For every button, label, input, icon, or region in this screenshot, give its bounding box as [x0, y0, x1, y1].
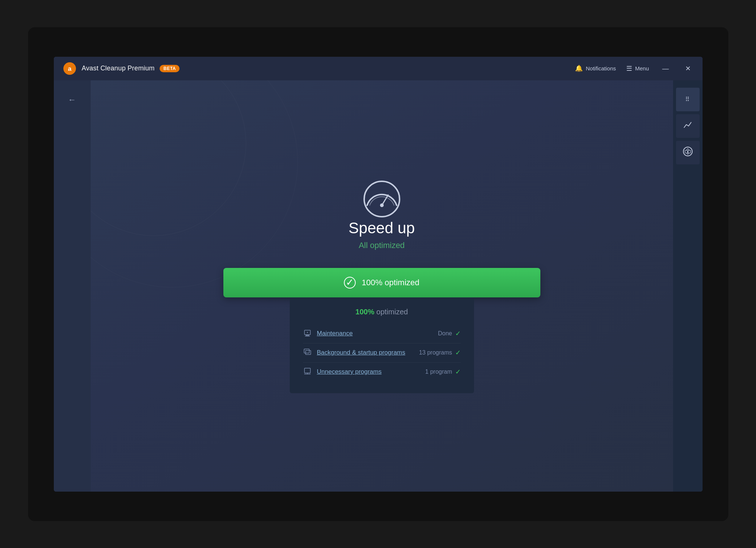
- left-sidebar: ←: [54, 80, 91, 492]
- unnecessary-check-icon: ✓: [455, 368, 461, 376]
- dropdown-panel: 100% optimized: [290, 297, 474, 393]
- all-optimized-subtitle: All optimized: [359, 241, 405, 250]
- svg-point-8: [307, 332, 308, 333]
- hamburger-icon: ☰: [626, 64, 632, 73]
- app-logo-icon: a: [63, 62, 77, 76]
- app-title: Avast Cleanup Premium: [82, 64, 155, 72]
- content-area: Speed up All optimized ✓ 100% optimized …: [91, 80, 673, 492]
- dropdown-percent: 100% optimized: [303, 308, 461, 316]
- svg-rect-11: [304, 368, 310, 373]
- chart-icon: [683, 120, 693, 132]
- menu-label: Menu: [635, 65, 649, 71]
- unnecessary-icon: [303, 367, 312, 377]
- unnecessary-status: 1 program ✓: [425, 368, 461, 376]
- svg-text:a: a: [68, 65, 72, 72]
- startup-status: 13 programs ✓: [419, 349, 461, 357]
- notifications-button[interactable]: 🔔 Notifications: [575, 64, 616, 72]
- bell-icon: 🔔: [575, 64, 583, 72]
- item-left: Background & startup programs: [303, 348, 405, 358]
- minimize-button[interactable]: —: [659, 64, 672, 73]
- list-item: Background & startup programs 13 program…: [303, 343, 461, 363]
- maintenance-check-icon: ✓: [455, 329, 461, 338]
- list-item: Unnecessary programs 1 program ✓: [303, 363, 461, 381]
- title-bar-right: 🔔 Notifications ☰ Menu — ✕: [575, 64, 693, 73]
- speed-up-title: Speed up: [349, 219, 415, 237]
- svg-rect-10: [306, 350, 311, 355]
- item-left: Unnecessary programs: [303, 367, 382, 377]
- svg-rect-9: [304, 349, 309, 353]
- maintenance-status: Done ✓: [438, 329, 460, 338]
- item-left: Maintenance: [303, 329, 353, 339]
- app-window: a Avast Cleanup Premium BETA 🔔 Notificat…: [54, 57, 703, 492]
- grid-icon: ⠿: [685, 96, 690, 103]
- check-circle-icon: ✓: [344, 277, 356, 289]
- startup-link[interactable]: Background & startup programs: [317, 349, 405, 356]
- close-button[interactable]: ✕: [682, 64, 694, 73]
- maintenance-status-text: Done: [438, 330, 452, 337]
- unnecessary-link[interactable]: Unnecessary programs: [317, 368, 382, 376]
- main-area: ← Speed: [54, 80, 703, 492]
- svg-point-2: [364, 181, 400, 217]
- monitor-frame: a Avast Cleanup Premium BETA 🔔 Notificat…: [28, 27, 728, 521]
- startup-status-text: 13 programs: [419, 349, 452, 356]
- title-bar: a Avast Cleanup Premium BETA 🔔 Notificat…: [54, 57, 703, 80]
- svg-rect-6: [306, 335, 309, 336]
- back-button[interactable]: ←: [65, 91, 80, 108]
- optimized-button[interactable]: ✓ 100% optimized: [223, 268, 540, 297]
- svg-marker-18: [687, 151, 689, 154]
- optimized-button-label: 100% optimized: [362, 278, 419, 287]
- grid-view-button[interactable]: ⠿: [676, 88, 700, 111]
- settings-view-button[interactable]: [676, 141, 700, 164]
- notifications-label: Notifications: [586, 65, 616, 71]
- unnecessary-status-text: 1 program: [425, 369, 452, 375]
- list-item: Maintenance Done ✓: [303, 324, 461, 343]
- soccer-ball-icon: [683, 146, 693, 159]
- maintenance-link[interactable]: Maintenance: [317, 330, 353, 337]
- startup-check-icon: ✓: [455, 349, 461, 357]
- center-content: Speed up All optimized ✓ 100% optimized …: [223, 179, 540, 393]
- percent-value: 100%: [355, 308, 374, 316]
- svg-point-4: [380, 203, 384, 207]
- right-panel: ⠿: [673, 80, 703, 492]
- title-bar-left: a Avast Cleanup Premium BETA: [63, 62, 180, 76]
- startup-icon: [303, 348, 312, 358]
- speedometer-icon: [362, 179, 402, 219]
- beta-badge: BETA: [160, 65, 180, 72]
- menu-button[interactable]: ☰ Menu: [626, 64, 649, 73]
- chart-view-button[interactable]: [676, 114, 700, 138]
- maintenance-icon: [303, 329, 312, 339]
